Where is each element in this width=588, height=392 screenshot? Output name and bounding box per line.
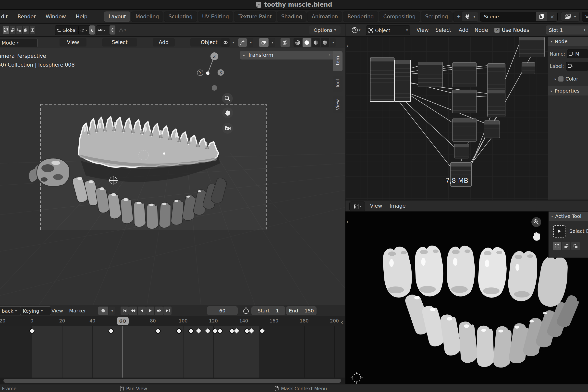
expand-region-chevron[interactable]: › — [346, 42, 349, 50]
upper-teeth[interactable] — [78, 117, 219, 167]
active-tool-header[interactable]: ▾ Active Tool — [549, 212, 588, 221]
select-new-button[interactable] — [553, 242, 561, 250]
use-nodes-toggle[interactable]: ✓ Use Nodes — [494, 27, 529, 33]
proportional-edit-button[interactable] — [110, 26, 115, 34]
gizmo-z-label[interactable]: Z — [213, 54, 216, 59]
editor-type-dropdown[interactable]: ▾ — [349, 202, 365, 211]
shader-node[interactable] — [452, 62, 476, 87]
shader-node[interactable] — [487, 64, 505, 93]
play-button[interactable] — [146, 306, 154, 315]
timeline-scrollbar[interactable] — [0, 378, 345, 384]
editor-type-dropdown[interactable]: ▾ — [349, 26, 363, 34]
scene-name-field[interactable]: Scene × — [480, 12, 558, 22]
visibility-toggle[interactable] — [221, 38, 230, 47]
current-frame-field[interactable]: 60 — [207, 306, 238, 315]
image-menu-view[interactable]: View — [370, 203, 382, 209]
gizmos-toggle[interactable] — [238, 38, 247, 47]
shading-solid-button[interactable] — [303, 38, 311, 47]
use-nodes-checkbox[interactable]: ✓ — [494, 28, 499, 33]
shader-menu-select[interactable]: Select — [435, 27, 451, 33]
image-editor-canvas[interactable]: › ▾ Active Tool Select B — [345, 212, 588, 384]
workspace-tab-layout[interactable]: Layout — [104, 12, 130, 22]
slot-extra-button[interactable] — [585, 26, 588, 34]
menu-window[interactable]: Window — [41, 14, 71, 20]
workspace-tab-modeling[interactable]: Modeling — [131, 12, 163, 22]
workspace-tab-texture-paint[interactable]: Texture Paint — [234, 12, 276, 22]
keyframe-area[interactable] — [0, 326, 345, 378]
viewport-canvas[interactable]: Z Y X amera Perspective 60) Collection |… — [0, 48, 345, 305]
lower-teeth[interactable] — [71, 176, 229, 229]
timeline-menu-view[interactable]: View — [52, 308, 63, 314]
label-field[interactable] — [566, 62, 588, 70]
shader-node[interactable] — [487, 90, 505, 117]
viewport-menu-add[interactable]: Add — [153, 38, 175, 46]
prev-keyframe-button[interactable] — [129, 306, 137, 315]
shader-menu-add[interactable]: Add — [459, 27, 469, 33]
workspace-tab-rendering[interactable]: Rendering — [343, 12, 378, 22]
workspace-tab-compositing[interactable]: Compositing — [379, 12, 420, 22]
snap-target-dropdown[interactable]: ▾ — [96, 26, 111, 35]
workspace-tab-shading[interactable]: Shading — [277, 12, 306, 22]
shader-node[interactable] — [370, 58, 394, 102]
slot-dropdown[interactable]: Slot 1 ▾ — [546, 26, 588, 34]
overlays-dropdown[interactable]: ▾ — [269, 38, 275, 47]
shading-material-button[interactable] — [312, 38, 320, 47]
snap-toggle-button[interactable] — [89, 26, 95, 34]
jump-to-end-button[interactable] — [163, 306, 172, 315]
sidebar-tab-item[interactable]: Item — [333, 51, 342, 71]
sidebar-tab-view[interactable]: View — [333, 96, 342, 113]
node-color-row[interactable]: ▸ ✓ Color — [555, 76, 588, 82]
keyframe-diamond[interactable] — [259, 328, 266, 334]
image-pan-button[interactable] — [532, 231, 541, 242]
viewlayer-browse-button[interactable]: ▾ — [561, 12, 580, 22]
falloff-dropdown[interactable]: ▾ — [117, 26, 128, 34]
play-reverse-button[interactable] — [138, 306, 146, 315]
shader-menu-view[interactable]: View — [416, 27, 429, 33]
shader-node[interactable] — [484, 120, 500, 138]
shader-node[interactable] — [418, 62, 443, 87]
options-dropdown[interactable]: Options ▾ — [309, 26, 341, 34]
unlink-scene-button[interactable]: × — [547, 12, 557, 21]
next-keyframe-button[interactable] — [155, 306, 163, 315]
workspace-tab-scripting[interactable]: Scripting — [421, 12, 452, 22]
image-zoom-button[interactable] — [531, 217, 541, 227]
menu-help[interactable]: Help — [71, 14, 92, 20]
gizmo-y-label[interactable]: Y — [199, 71, 201, 75]
shader-node-canvas[interactable]: 7,8 MB › ▾ Node Name: M Label: ▸ — [345, 37, 588, 200]
select-mode-intersect-button[interactable] — [30, 26, 35, 34]
shader-menu-node[interactable]: Node — [474, 27, 488, 33]
expand-region-chevron[interactable]: › — [346, 218, 349, 225]
select-mode-extend-button[interactable] — [10, 26, 16, 34]
mode-dropdown[interactable]: Mode ▾ — [0, 38, 38, 47]
keying-dropdown[interactable]: Keying▾ — [20, 306, 51, 315]
gizmos-dropdown[interactable]: ▾ — [247, 38, 253, 47]
timeline-ruler[interactable]: 60 -20020406080100120140160180200 — [0, 316, 345, 326]
scrollbar-thumb[interactable] — [4, 379, 341, 383]
timeline-menu-marker[interactable]: Marker — [69, 308, 86, 314]
viewport-menu-view[interactable]: View — [60, 38, 87, 46]
shader-node[interactable] — [519, 37, 545, 57]
shading-wireframe-button[interactable] — [294, 38, 302, 47]
overlays-toggle[interactable] — [259, 38, 269, 47]
shading-dropdown[interactable]: ▾ — [330, 38, 336, 47]
workspace-tab-animation[interactable]: Animation — [307, 12, 342, 22]
image-menu-image[interactable]: Image — [390, 203, 406, 209]
name-field[interactable]: M — [567, 50, 588, 58]
shader-node[interactable] — [452, 118, 476, 142]
collapse-region-chevron[interactable]: ‹ — [341, 318, 343, 326]
viewlayer-name-field[interactable]: View — [582, 12, 588, 22]
workspace-tab-uv-editing[interactable]: UV Editing — [198, 12, 234, 22]
color-checkbox[interactable]: ✓ — [558, 76, 563, 82]
select-mode-subtract-button[interactable] — [17, 26, 22, 34]
workspace-tab-sculpting[interactable]: Sculpting — [164, 12, 197, 22]
auto-key-dropdown[interactable]: ▾ — [109, 306, 115, 315]
gizmo-x-label[interactable]: X — [220, 70, 222, 75]
shader-node[interactable] — [394, 60, 411, 102]
auto-key-button[interactable] — [98, 306, 108, 315]
pan-button[interactable] — [222, 108, 233, 118]
transform-orientation-dropdown[interactable]: Global ▾ — [55, 26, 82, 35]
shader-node[interactable] — [522, 62, 535, 74]
shader-type-dropdown[interactable]: Object ▾ — [366, 26, 410, 35]
select-subtract-button[interactable] — [571, 242, 580, 250]
transform-panel-header[interactable]: ▸ Transform ∷∷ — [240, 51, 337, 60]
